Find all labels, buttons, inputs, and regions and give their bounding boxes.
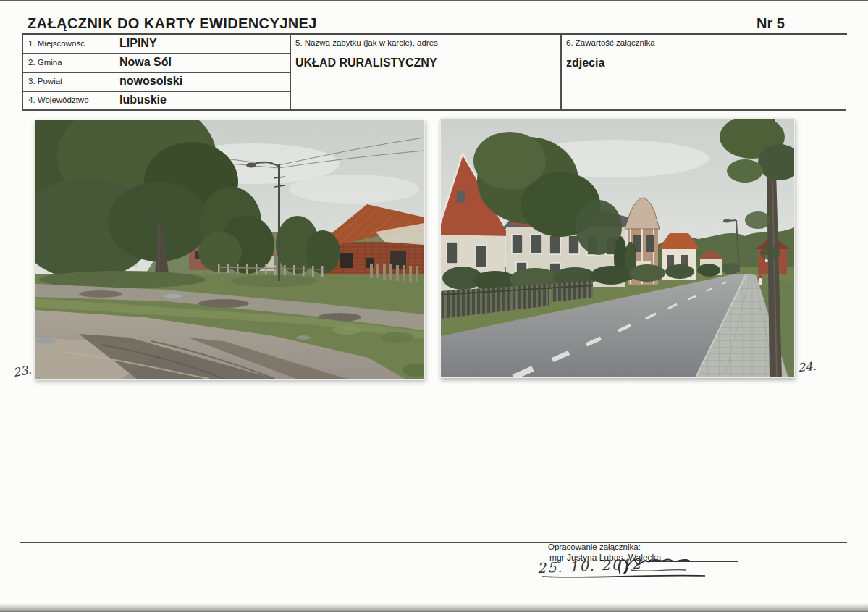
field-value: nowosolski — [119, 75, 182, 88]
footer-prepared-label: Opracowanie załącznika: — [548, 542, 641, 551]
field5-label: 5. Nazwa zabytku (jak w karcie), adres — [295, 38, 438, 47]
field6-value: zdjecia — [566, 56, 604, 70]
photo-village-dirt-road — [35, 120, 425, 380]
field-label: 3. Powiat — [22, 77, 119, 85]
scanned-document-page: ZAŁĄCZNIK DO KARTY EWIDENCYJNEJ Nr 5 1. … — [0, 0, 868, 612]
page-number: Nr 5 — [757, 15, 843, 32]
table-line — [22, 109, 846, 111]
field-label: 1. Miejscowość — [22, 39, 119, 48]
photo-1-number-handwritten: 23. — [12, 363, 33, 380]
field6-label: 6. Zawartość załącznika — [566, 38, 655, 47]
table-line — [560, 34, 562, 111]
field-label: 2. Gmina — [22, 58, 119, 67]
table-row: 3. Powiat nowosolski — [22, 72, 290, 91]
field-value: Nowa Sól — [119, 56, 172, 69]
field-value: lubuskie — [119, 93, 167, 106]
field-label: 4. Województwo — [22, 96, 119, 104]
field5-value: UKŁAD RURALISTYCZNY — [295, 56, 437, 70]
table-row: 2. Gmina Nowa Sól — [22, 53, 290, 72]
field-value: LIPINY — [119, 37, 157, 50]
table-row: 4. Województwo lubuskie — [22, 91, 290, 109]
photo-village-street — [440, 118, 795, 378]
table-row: 1. Miejscowość LIPINY — [22, 34, 290, 53]
scan-edge-top — [0, 0, 868, 1]
table-line — [290, 34, 291, 111]
photo-2-number-handwritten: 24. — [797, 359, 817, 375]
scan-edge-bottom — [0, 603, 868, 612]
page-title: ZAŁĄCZNIK DO KARTY EWIDENCYJNEJ — [28, 15, 317, 32]
footer-rule — [20, 542, 847, 543]
handwritten-underline — [540, 569, 708, 574]
